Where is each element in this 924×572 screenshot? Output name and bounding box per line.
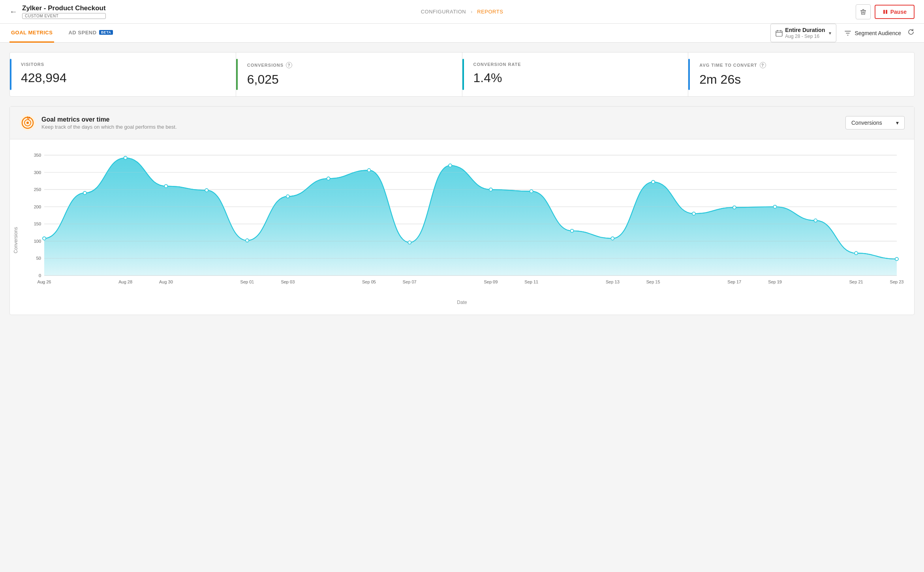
chart-text: Goal metrics over time Keep track of the… [41, 116, 177, 130]
svg-point-113 [530, 190, 533, 193]
svg-point-119 [774, 205, 777, 208]
svg-text:50: 50 [36, 256, 41, 261]
nav-configuration[interactable]: CONFIGURATION [421, 9, 466, 15]
svg-point-110 [408, 241, 411, 244]
chart-header-left: Goal metrics over time Keep track of the… [19, 114, 177, 131]
svg-point-115 [611, 237, 614, 240]
date-chevron-icon: ▾ [829, 30, 831, 36]
svg-point-122 [895, 257, 898, 261]
svg-text:350: 350 [34, 153, 41, 158]
metric-accent [462, 59, 464, 90]
goal-icon [19, 114, 36, 131]
svg-rect-0 [860, 10, 866, 11]
pause-icon [883, 9, 888, 15]
conversions-dropdown[interactable]: Conversions ▾ [845, 116, 905, 129]
delete-button[interactable] [856, 4, 871, 19]
svg-text:Sep 07: Sep 07 [403, 279, 417, 284]
metric-value: 2m 26s [699, 72, 903, 87]
svg-text:150: 150 [34, 221, 41, 226]
main-content: VISITORS428,994CONVERSIONS?6,025CONVERSI… [0, 43, 924, 324]
svg-text:0: 0 [39, 273, 41, 278]
metric-value: 6,025 [247, 72, 451, 87]
x-axis-label: Date [19, 300, 905, 305]
metric-card-conversion_rate: CONVERSION RATE1.4% [462, 53, 689, 96]
help-icon[interactable]: ? [760, 62, 766, 68]
date-label-main: Entire Duration [785, 26, 825, 34]
nav-chevron: › [471, 9, 472, 15]
svg-point-114 [571, 229, 574, 233]
refresh-button[interactable] [907, 28, 915, 38]
svg-text:Sep 21: Sep 21 [849, 279, 863, 284]
y-axis-label: Conversions [13, 227, 19, 253]
date-control[interactable]: Entire Duration Aug 28 - Sep 16 ▾ [770, 24, 836, 43]
svg-rect-1 [862, 9, 864, 10]
tab-ad-spend[interactable]: AD SPEND BETA [67, 24, 115, 43]
nav-reports[interactable]: REPORTS [477, 9, 503, 15]
metric-label: VISITORS [21, 62, 225, 67]
title-area: Zylker - Product Checkout CUSTOM EVENT [22, 4, 106, 19]
svg-point-106 [246, 239, 249, 242]
svg-text:100: 100 [34, 239, 41, 244]
metric-card-conversions: CONVERSIONS?6,025 [236, 53, 462, 96]
svg-text:Sep 03: Sep 03 [281, 279, 295, 284]
metric-label: AVG TIME TO CONVERT? [699, 62, 903, 68]
svg-point-111 [449, 164, 452, 167]
nav-center: CONFIGURATION › REPORTS [421, 9, 503, 15]
tab-goal-metrics[interactable]: GOAL METRICS [9, 24, 54, 43]
svg-point-108 [327, 177, 330, 180]
refresh-icon [907, 28, 915, 36]
top-bar: ← Zylker - Product Checkout CUSTOM EVENT… [0, 0, 924, 24]
chart-title: Goal metrics over time [41, 116, 177, 123]
svg-point-103 [124, 156, 127, 159]
svg-text:Sep 15: Sep 15 [646, 279, 660, 284]
metric-label: CONVERSIONS? [247, 62, 451, 68]
chart-svg: 050100150200250300350Aug 26Aug 28Aug 30S… [23, 147, 905, 297]
svg-rect-5 [883, 10, 885, 14]
svg-text:Aug 28: Aug 28 [118, 279, 132, 284]
chart-subtitle: Keep track of the days on which the goal… [41, 124, 177, 130]
date-label-sub: Aug 28 - Sep 16 [785, 34, 825, 40]
back-button[interactable]: ← [9, 7, 17, 16]
metric-label: CONVERSION RATE [473, 62, 677, 67]
svg-point-107 [286, 195, 289, 198]
metrics-row: VISITORS428,994CONVERSIONS?6,025CONVERSI… [9, 52, 915, 97]
filter-label: Segment Audience [855, 30, 901, 36]
svg-point-118 [733, 206, 736, 209]
metric-card-avg_time: AVG TIME TO CONVERT?2m 26s [688, 53, 914, 96]
chart-section: Goal metrics over time Keep track of the… [9, 106, 915, 315]
metric-accent [10, 59, 11, 90]
svg-text:Sep 09: Sep 09 [484, 279, 498, 284]
svg-rect-6 [886, 10, 887, 14]
svg-point-116 [652, 180, 655, 184]
svg-point-101 [43, 237, 46, 240]
help-icon[interactable]: ? [286, 62, 292, 68]
metric-value: 1.4% [473, 71, 677, 85]
pause-button[interactable]: Pause [875, 5, 915, 19]
svg-point-117 [692, 212, 695, 215]
svg-point-14 [26, 122, 29, 124]
svg-text:250: 250 [34, 187, 41, 192]
svg-point-120 [814, 219, 817, 222]
svg-text:Aug 30: Aug 30 [159, 279, 173, 284]
svg-text:200: 200 [34, 204, 41, 209]
svg-text:Sep 23: Sep 23 [890, 279, 904, 284]
metric-card-visitors: VISITORS428,994 [10, 53, 236, 96]
svg-point-104 [164, 184, 167, 188]
svg-text:Sep 01: Sep 01 [240, 279, 254, 284]
svg-point-112 [489, 188, 492, 191]
svg-point-102 [83, 191, 86, 195]
metric-accent [236, 59, 238, 90]
svg-point-109 [367, 169, 370, 172]
svg-text:Sep 05: Sep 05 [362, 279, 376, 284]
svg-rect-7 [776, 31, 782, 36]
svg-text:Sep 11: Sep 11 [524, 279, 538, 284]
svg-text:Sep 17: Sep 17 [727, 279, 741, 284]
custom-event-badge: CUSTOM EVENT [22, 13, 106, 19]
svg-text:300: 300 [34, 170, 41, 175]
filter-section[interactable]: Segment Audience [844, 30, 901, 37]
chart-header: Goal metrics over time Keep track of the… [10, 107, 914, 139]
chart-body: Conversions 050100150200250300350Aug 26A… [10, 139, 914, 315]
beta-badge: BETA [99, 30, 113, 35]
trash-icon [860, 9, 866, 15]
top-actions: Pause [856, 4, 915, 19]
